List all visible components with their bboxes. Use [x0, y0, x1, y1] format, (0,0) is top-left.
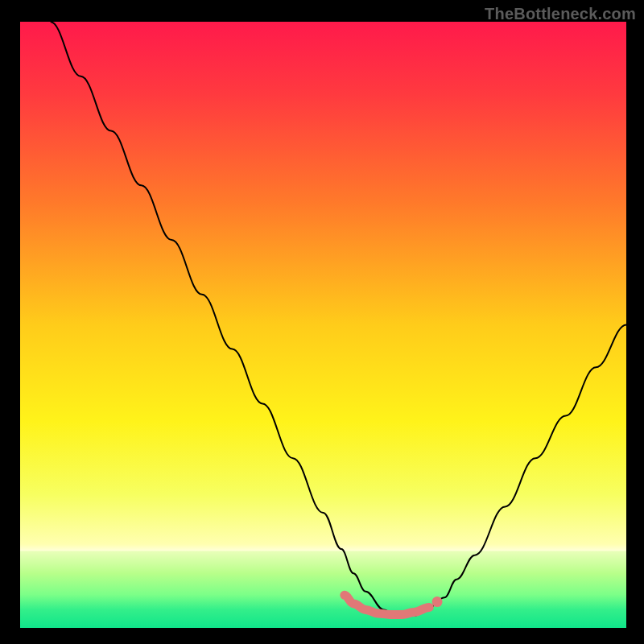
highlight-end-marker — [432, 597, 443, 607]
bottleneck-chart — [0, 0, 644, 644]
chart-frame: TheBottleneck.com — [0, 0, 644, 644]
gradient-background — [20, 22, 626, 628]
